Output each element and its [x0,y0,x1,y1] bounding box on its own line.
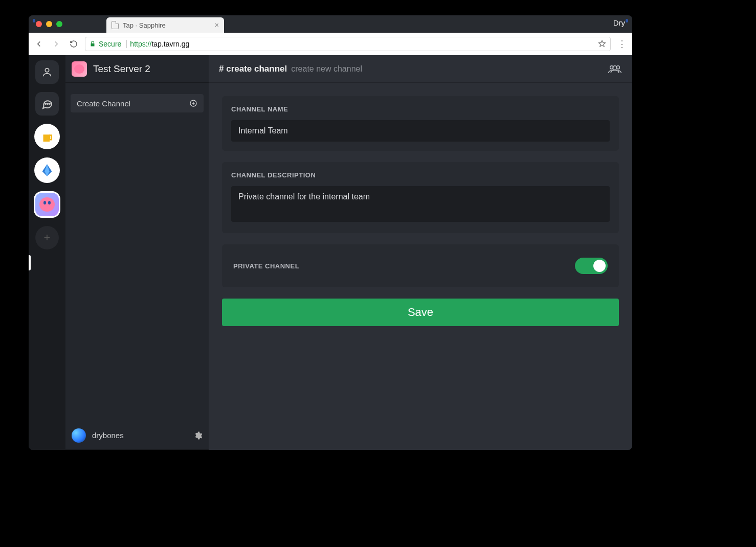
main-header: # create channel create new channel [209,55,632,83]
server-header[interactable]: Test Server 2 [65,55,209,83]
page-title: # create channel [219,64,287,74]
toggle-knob [593,260,606,272]
guild-item-1[interactable] [34,124,60,149]
bookmark-star-icon[interactable] [598,40,606,48]
window-close-button[interactable] [36,21,42,27]
server-name: Test Server 2 [93,63,150,75]
svg-point-2 [47,103,48,104]
svg-point-1 [45,103,46,104]
tab-title: Tap · Sapphire [123,21,211,29]
window-minimize-button[interactable] [46,21,52,27]
browser-tab[interactable]: Tap · Sapphire × [106,17,224,33]
svg-point-0 [45,69,49,72]
guild-item-2[interactable] [34,157,60,183]
home-dm-button[interactable] [35,60,59,84]
guild-rail: + [29,55,65,450]
channel-name-label: CHANNEL NAME [231,105,610,113]
save-button[interactable]: Save [222,299,619,326]
user-footer: drybones [65,421,209,449]
main-pane: # create channel create new channel CHAN… [209,55,632,450]
guild-item-3-active[interactable] [34,191,60,218]
browser-toolbar: Secure https://tap.tavrn.gg ⋮ [29,33,632,55]
channel-description-card: CHANNEL DESCRIPTION [222,162,619,233]
page-icon [112,21,119,29]
nav-reload-button[interactable] [68,38,80,50]
window-titlebar: Tap · Sapphire × Dry [29,15,632,33]
channel-description-input[interactable] [231,186,610,222]
page-subtitle: create new channel [291,64,362,74]
add-guild-button[interactable]: + [35,226,59,249]
window-zoom-button[interactable] [56,21,62,27]
nav-back-button[interactable] [33,38,45,50]
channel-sidebar: Test Server 2 Create Channel drybones [65,55,209,450]
chat-button[interactable] [35,92,59,116]
user-avatar[interactable] [72,428,86,443]
nav-forward-button[interactable] [50,38,62,50]
private-channel-toggle[interactable] [575,258,608,274]
svg-rect-4 [50,135,52,140]
url-text: https://tap.tavrn.gg [130,40,189,48]
svg-point-3 [49,103,50,104]
browser-menu-button[interactable]: ⋮ [616,38,628,50]
address-bar[interactable]: Secure https://tap.tavrn.gg [85,37,611,51]
members-button[interactable] [608,64,622,74]
lock-icon [90,41,96,47]
user-name: drybones [92,431,124,440]
plus-icon [189,99,197,107]
channel-description-label: CHANNEL DESCRIPTION [231,171,610,179]
server-icon [72,61,87,77]
private-channel-row: PRIVATE CHANNEL [222,244,619,287]
divider [126,40,127,48]
menubar-app-name: Dry [613,18,625,27]
private-channel-label: PRIVATE CHANNEL [233,262,299,270]
channel-name-input[interactable] [231,120,610,142]
active-guild-indicator [29,255,31,270]
tab-close-icon[interactable]: × [215,21,219,29]
user-settings-button[interactable] [193,431,203,440]
create-channel-label: Create Channel [77,99,130,108]
channel-name-card: CHANNEL NAME [222,96,619,151]
secure-label: Secure [99,40,121,48]
create-channel-item[interactable]: Create Channel [71,94,204,112]
